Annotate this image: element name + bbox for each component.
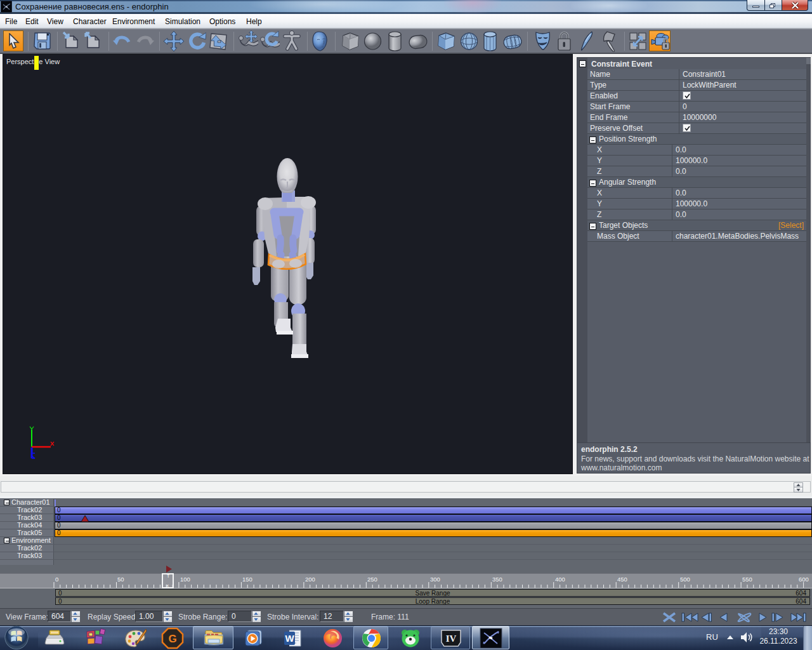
svg-text:350: 350 — [492, 576, 502, 583]
svg-text:550: 550 — [742, 576, 752, 583]
svg-text:0: 0 — [55, 576, 58, 583]
svg-text:150: 150 — [242, 576, 252, 583]
svg-text:500: 500 — [680, 576, 690, 583]
svg-text:400: 400 — [555, 576, 565, 583]
svg-text:300: 300 — [430, 576, 440, 583]
svg-text:50: 50 — [117, 576, 124, 583]
svg-text:G: G — [168, 633, 176, 645]
svg-text:100: 100 — [180, 576, 190, 583]
svg-text:600: 600 — [799, 576, 809, 583]
svg-text:IV: IV — [446, 633, 457, 644]
svg-text:200: 200 — [305, 576, 315, 583]
svg-text:W: W — [285, 633, 294, 644]
svg-text:450: 450 — [617, 576, 627, 583]
svg-text:250: 250 — [367, 576, 377, 583]
